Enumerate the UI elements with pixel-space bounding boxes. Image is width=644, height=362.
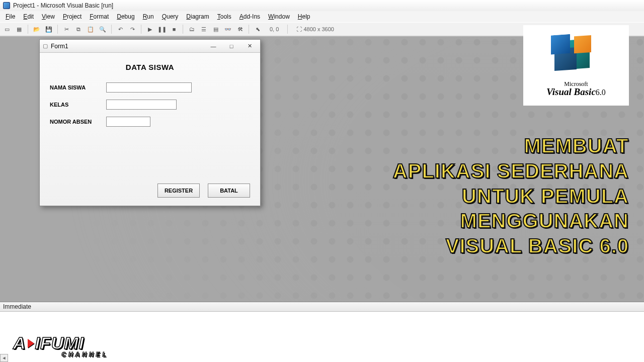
register-button[interactable]: REGISTER [157, 184, 200, 198]
menubar: FileEditViewProjectFormatDebugRunQueryDi… [0, 11, 644, 22]
save-icon[interactable]: 💾 [44, 24, 54, 34]
play-triangle-icon [28, 339, 34, 348]
redo-icon[interactable]: ↷ [127, 24, 137, 34]
video-title-line: MENGGUNAKAN [307, 210, 629, 232]
field-input-kelas[interactable] [106, 100, 177, 110]
menu-window[interactable]: Window [265, 12, 293, 21]
undo-icon[interactable]: ↶ [115, 24, 125, 34]
form1-titlebar: ▢ Form1 — □ ✕ [40, 40, 260, 53]
minimize-button[interactable]: — [206, 42, 221, 51]
cut-icon[interactable]: ✂ [61, 24, 71, 34]
toolbox-icon[interactable]: 🛠 [235, 24, 245, 34]
video-title-line: MEMBUAT [307, 135, 629, 157]
form-layout-icon[interactable]: ▤ [211, 24, 221, 34]
field-row-2: NOMOR ABSEN [50, 117, 250, 127]
form1-body: DATA SISWA NAMA SISWAKELASNOMOR ABSEN RE… [40, 53, 260, 206]
field-row-0: NAMA SISWA [50, 82, 250, 93]
start-icon[interactable]: ▶ [145, 24, 155, 34]
menu-query[interactable]: Query [158, 12, 182, 21]
add-module-icon[interactable]: ▦ [14, 24, 24, 34]
field-label: KELAS [50, 102, 100, 108]
menu-format[interactable]: Format [86, 12, 112, 21]
pointer-icon[interactable]: ⬉ [253, 24, 263, 34]
menu-project[interactable]: Project [59, 12, 85, 21]
field-label: NOMOR ABSEN [50, 119, 100, 125]
vb6-logo-text: Microsoft Visual Basic6.0 [546, 81, 606, 98]
menu-debug[interactable]: Debug [113, 12, 138, 21]
menu-help[interactable]: Help [294, 12, 314, 21]
project-explorer-icon[interactable]: 🗂 [187, 24, 197, 34]
break-icon[interactable]: ❚❚ [157, 24, 167, 34]
open-icon[interactable]: 📂 [32, 24, 42, 34]
scroll-left-icon[interactable]: ◄ [0, 354, 8, 362]
field-input-nama-siswa[interactable] [106, 82, 192, 93]
form-heading: DATA SISWA [50, 63, 250, 71]
cursor-coords: 0, 0 [265, 26, 284, 32]
titlebar: Project1 - Microsoft Visual Basic [run] [0, 0, 644, 11]
channel-branding: AIFUMI CHANNEL [13, 333, 109, 358]
vb6-logo: Microsoft Visual Basic6.0 [523, 25, 629, 106]
field-label: NAMA SISWA [50, 84, 100, 90]
vb-app-icon [3, 2, 10, 9]
find-icon[interactable]: 🔍 [98, 24, 108, 34]
menu-file[interactable]: File [2, 12, 19, 21]
menu-add-ins[interactable]: Add-Ins [236, 12, 264, 21]
paste-icon[interactable]: 📋 [86, 24, 96, 34]
video-title-line: VISUAL BASIC 6.0 [307, 235, 629, 257]
form-icon: ▢ [43, 43, 48, 49]
menu-edit[interactable]: Edit [20, 12, 37, 21]
menu-run[interactable]: Run [139, 12, 157, 21]
close-button[interactable]: ✕ [242, 42, 257, 51]
properties-icon[interactable]: ☰ [199, 24, 209, 34]
canvas-size: ⛶ 4800 x 3600 [291, 26, 339, 32]
cancel-button[interactable]: BATAL [208, 184, 250, 198]
menu-diagram[interactable]: Diagram [183, 12, 212, 21]
field-row-1: KELAS [50, 100, 250, 110]
field-input-nomor-absen[interactable] [106, 117, 150, 127]
object-browser-icon[interactable]: 👓 [223, 24, 233, 34]
copy-icon[interactable]: ⧉ [73, 24, 84, 34]
form-caption: Form1 [51, 43, 68, 50]
form1-window: ▢ Form1 — □ ✕ DATA SISWA NAMA SISWAKELAS… [39, 39, 261, 206]
window-title: Project1 - Microsoft Visual Basic [run] [13, 2, 113, 9]
video-title-line: UNTUK PEMULA [307, 185, 629, 208]
menu-view[interactable]: View [38, 12, 58, 21]
video-title-overlay: MEMBUATAPLIKASI SEDERHANAUNTUK PEMULAMEN… [307, 135, 629, 260]
immediate-label: Immediate [0, 302, 644, 312]
vb6-cubes-icon [546, 32, 606, 80]
maximize-button[interactable]: □ [224, 42, 239, 51]
video-title-line: APLIKASI SEDERHANA [307, 160, 629, 183]
end-icon[interactable]: ■ [169, 24, 179, 34]
add-project-icon[interactable]: ▭ [2, 24, 12, 34]
menu-tools[interactable]: Tools [214, 12, 235, 21]
